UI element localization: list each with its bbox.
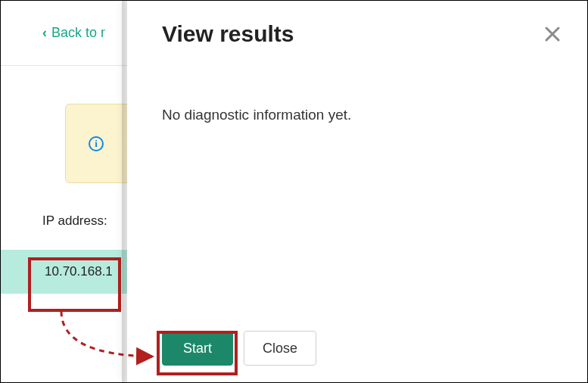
back-link[interactable]: ‹ Back to r — [42, 25, 105, 41]
start-button[interactable]: Start — [162, 331, 233, 366]
ip-address-value: 10.70.168.1 — [45, 264, 113, 279]
close-icon[interactable] — [539, 20, 566, 48]
modal-view-results: View results No diagnostic information y… — [127, 1, 587, 382]
modal-footer: Start Close — [127, 326, 587, 382]
modal-body: No diagnostic information yet. — [127, 54, 587, 326]
close-button[interactable]: Close — [244, 331, 316, 366]
info-icon: i — [89, 136, 104, 151]
modal-title: View results — [162, 21, 294, 47]
modal-header: View results — [127, 1, 587, 54]
back-link-label: Back to r — [51, 25, 105, 41]
modal-message: No diagnostic information yet. — [162, 107, 552, 123]
chevron-left-icon: ‹ — [42, 25, 47, 41]
